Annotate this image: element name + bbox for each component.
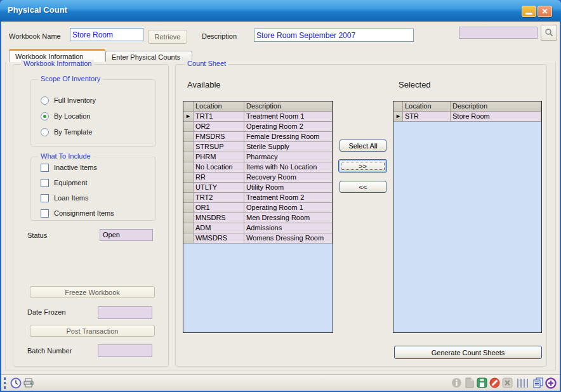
table-row[interactable]: ►TRT1Treatment Room 1 <box>183 112 333 122</box>
description-input[interactable] <box>254 29 414 42</box>
current-row-arrow-icon: ► <box>185 113 191 120</box>
table-row[interactable]: OR1Operating Room 1 <box>183 203 333 213</box>
table-cell: UTLTY <box>194 183 244 193</box>
row-selector <box>183 142 194 152</box>
table-row[interactable]: No LocationItems with No Location <box>183 162 333 173</box>
date-frozen-label: Date Frozen <box>27 308 66 316</box>
table-row[interactable]: UTLTYUtility Room <box>183 183 333 193</box>
checkbox-consignment-items[interactable]: Consignment Items <box>41 209 114 218</box>
workbook-name-input[interactable] <box>70 28 143 41</box>
toolbar-grip[interactable] <box>4 377 6 389</box>
checkbox-icon[interactable] <box>41 164 49 172</box>
radio-icon[interactable] <box>41 128 49 136</box>
option-label: Loan Items <box>54 194 88 202</box>
table-row[interactable]: STRSUPSterile Supply <box>183 142 333 152</box>
table-cell: Sterile Supply <box>244 142 333 152</box>
radio-by-template[interactable]: By Template <box>41 127 92 136</box>
workbook-information-group-title: Workbook Information <box>21 60 94 67</box>
table-row[interactable]: ADMAdmissions <box>183 223 333 233</box>
table-cell: TRT2 <box>194 193 244 203</box>
add-circle-icon[interactable] <box>544 377 557 389</box>
magnifier-icon <box>544 28 553 38</box>
document-icon[interactable] <box>463 377 475 389</box>
radio-icon[interactable] <box>41 96 49 105</box>
tab-enter-physical-counts[interactable]: Enter Physical Counts <box>105 51 192 62</box>
table-row[interactable]: RRRecovery Room <box>183 173 333 183</box>
checkbox-icon[interactable] <box>41 179 49 187</box>
status-field: Open <box>100 229 153 241</box>
row-selector <box>183 213 194 223</box>
retrieve-button[interactable]: Retrieve <box>148 30 187 44</box>
table-cell: STRSUP <box>194 142 244 152</box>
table-cell: Items with No Location <box>244 162 333 173</box>
no-entry-icon[interactable] <box>488 377 501 389</box>
status-label: Status <box>27 232 47 239</box>
table-row[interactable]: MNSDRSMen Dressing Room <box>183 213 333 223</box>
search-input[interactable] <box>459 27 538 39</box>
radio-icon[interactable] <box>41 112 49 121</box>
post-transaction-button[interactable]: Post Transaction <box>30 325 155 337</box>
radio-by-location[interactable]: By Location <box>41 112 90 121</box>
current-row-arrow-icon: ► <box>395 113 401 120</box>
table-cell: FMSDRS <box>194 132 244 142</box>
table-row[interactable]: OR2Operating Room 2 <box>183 122 333 132</box>
option-label: Equipment <box>54 179 88 186</box>
checkbox-icon[interactable] <box>41 209 49 218</box>
titlebar[interactable]: Physical Count ✕ <box>0 0 561 22</box>
checkbox-loan-items[interactable]: Loan Items <box>41 193 88 202</box>
copy-documents-icon[interactable] <box>532 377 544 389</box>
radio-full-inventory[interactable]: Full Inventory <box>41 96 96 105</box>
date-frozen-field <box>98 306 152 319</box>
select-all-button[interactable]: Select All <box>340 140 386 152</box>
scope-of-inventory-title: Scope Of Inventory <box>38 75 103 82</box>
row-selector <box>183 162 194 173</box>
table-cell: TRT1 <box>194 112 244 122</box>
selected-table: LocationDescription►STRStore Room <box>393 101 542 333</box>
minimize-button[interactable] <box>522 6 536 17</box>
checkbox-icon[interactable] <box>41 194 49 202</box>
table-cell: OR1 <box>194 203 244 213</box>
row-selector <box>183 183 194 193</box>
checkbox-equipment[interactable]: Equipment <box>41 178 88 187</box>
count-sheet-group: Count Sheet Available LocationDescriptio… <box>175 64 547 367</box>
save-icon[interactable] <box>475 377 488 389</box>
move-left-button[interactable]: << <box>340 181 386 193</box>
table-row[interactable]: WMSDRSWomens Dressing Room <box>183 233 333 244</box>
table-cell: Pharmacy <box>244 152 333 162</box>
table-cell: RR <box>194 173 244 183</box>
close-x-icon[interactable] <box>501 377 513 389</box>
what-to-include-title: What To Include <box>38 152 93 160</box>
table-cell: Recovery Room <box>244 173 333 183</box>
generate-count-sheets-button[interactable]: Generate Count Sheets <box>394 346 542 359</box>
available-table: LocationDescription►TRT1Treatment Room 1… <box>183 101 333 333</box>
description-label: Description <box>202 32 237 40</box>
row-selector <box>183 203 194 213</box>
table-row[interactable]: FMSDRSFemale Dressing Room <box>183 132 333 142</box>
move-right-button[interactable]: >> <box>338 159 387 173</box>
checkbox-inactive-items[interactable]: Inactive Items <box>41 163 97 172</box>
table-cell: OR2 <box>194 122 244 132</box>
close-button[interactable]: ✕ <box>538 6 552 17</box>
printer-icon[interactable] <box>22 377 35 389</box>
option-label: Inactive Items <box>54 164 97 171</box>
separator-bars <box>517 379 528 388</box>
search-button[interactable] <box>541 25 557 41</box>
table-row[interactable]: TRT2Treatment Room 2 <box>183 193 333 203</box>
clock-icon[interactable] <box>10 377 22 389</box>
table-cell: ADM <box>194 223 244 233</box>
table-cell: STR <box>403 112 451 122</box>
workbook-name-label: Workbook Name <box>9 32 61 40</box>
table-row[interactable]: PHRMPharmacy <box>183 152 333 162</box>
info-icon[interactable] <box>450 377 463 389</box>
workbook-information-group: Workbook Information Scope Of Inventory … <box>13 64 169 367</box>
table-cell: No Location <box>194 162 244 173</box>
freeze-workbook-button[interactable]: Freeze Workbook <box>30 286 155 298</box>
status-bar <box>1 374 560 391</box>
table-cell: Operating Room 2 <box>244 122 333 132</box>
table-row[interactable]: ►STRStore Room <box>393 112 541 122</box>
column-header: Location <box>194 101 244 112</box>
option-label: By Location <box>54 112 90 120</box>
option-label: Consignment Items <box>54 209 114 217</box>
table-cell: Treatment Room 2 <box>244 193 333 203</box>
table-header-row: LocationDescription <box>393 101 541 112</box>
